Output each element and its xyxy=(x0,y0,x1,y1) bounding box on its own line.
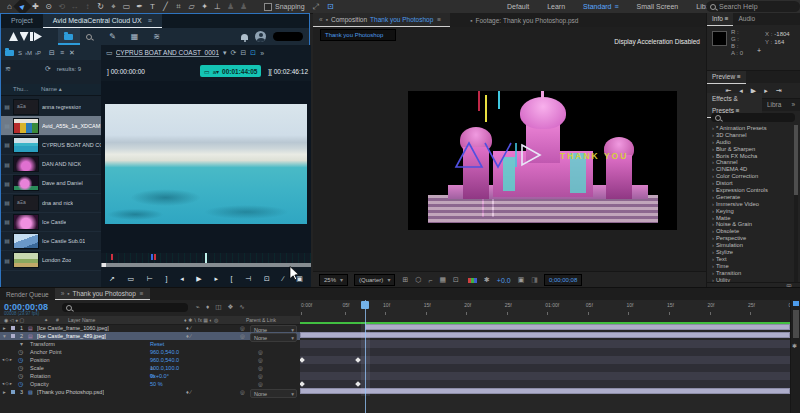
marker-blue[interactable] xyxy=(151,254,153,260)
search-help-field[interactable]: Search Help xyxy=(706,1,800,12)
title-dropdown-icon[interactable]: ▾ xyxy=(223,49,227,57)
tab-info[interactable]: Info ≡ xyxy=(707,13,733,26)
effects-category[interactable]: ›Time xyxy=(707,263,793,270)
effects-category[interactable]: ›Blur & Sharpen xyxy=(707,146,793,153)
mask-visibility-icon[interactable]: ⬡ xyxy=(415,276,421,284)
asset-row[interactable]: ▤London Zoo xyxy=(1,251,101,271)
composition-selector-dropdown[interactable]: Thank you Photoshop xyxy=(320,29,396,41)
fullscreen-icon[interactable]: ⊡ xyxy=(327,2,334,11)
tab-avid-mediacentral[interactable]: Avid MediaCentral Cloud UX ≡ xyxy=(43,14,162,28)
position-value[interactable]: 960.0,540.0 xyxy=(150,356,179,364)
marker-red[interactable] xyxy=(111,254,113,260)
effects-category[interactable]: ›Immersive Video xyxy=(707,201,793,208)
notifications-bell-icon[interactable] xyxy=(241,34,248,40)
more-icon[interactable]: » xyxy=(260,50,264,57)
frame-blend-icon[interactable]: ◫ xyxy=(215,303,221,311)
effects-category[interactable]: ›Boris FX Mocha xyxy=(707,153,793,160)
rotation-tool[interactable]: ↻ xyxy=(94,0,107,13)
panel-chevron-icon[interactable]: « xyxy=(319,16,323,23)
workspace-tab-default[interactable]: Default xyxy=(498,0,538,13)
effects-search-field[interactable] xyxy=(711,113,795,122)
output-icon[interactable]: ↗ xyxy=(109,275,115,283)
panel-menu-icon[interactable]: ≡ xyxy=(437,16,441,23)
show-snapshot-icon[interactable]: ◨ xyxy=(531,276,538,284)
step-forward-icon[interactable]: ▸ xyxy=(214,275,218,283)
layer-row-2[interactable]: ▾ 2▤ [Ice Castle_frame_489.jpeg] ♦ ∕◎ No… xyxy=(0,332,300,340)
asset-row[interactable]: ▤dna and nick xyxy=(1,193,101,213)
tab-preview[interactable]: Preview ≡ xyxy=(707,71,746,84)
asset-row[interactable]: ▤DAN AND NICK xyxy=(1,155,101,175)
layer-row-3[interactable]: ▸ 3▨ [Thank you Photoshop.psd] ♦ ∕◎ None… xyxy=(0,388,300,396)
shy-icon[interactable]: ♦ xyxy=(206,303,209,311)
close-icon[interactable]: ✕ xyxy=(69,49,75,57)
asset-row[interactable]: ▤Avid_A55k_1a_XDCAM HD-42 xyxy=(1,116,101,136)
refresh-icon[interactable]: ⟳ xyxy=(231,49,237,57)
rectangle-tool[interactable]: ▭ xyxy=(120,0,133,13)
effects-category[interactable]: ›Noise & Grain xyxy=(707,221,793,228)
position-indicator[interactable] xyxy=(205,253,207,263)
splice-in-icon[interactable]: ∕ xyxy=(282,275,283,282)
layer-bar-3[interactable] xyxy=(300,388,790,394)
anchor-point-value[interactable]: 960.0,540.0 xyxy=(150,348,179,356)
transparency-grid-icon[interactable]: ▦ xyxy=(439,276,446,284)
transform-reset-link[interactable]: Reset xyxy=(150,340,164,348)
timeline-scrollbar[interactable]: ✱ xyxy=(790,300,800,413)
comp-mini-flowchart-icon[interactable]: ⌁ xyxy=(196,303,200,311)
snapping-toggle[interactable]: Snapping xyxy=(264,3,305,11)
type-tool[interactable]: T xyxy=(146,0,159,13)
stopwatch-icon[interactable]: ◷ xyxy=(18,372,23,380)
settings-gear-icon[interactable]: ✱ xyxy=(792,342,797,349)
layer-bar-1[interactable] xyxy=(365,324,790,330)
asset-row[interactable]: ▤Ice Castle xyxy=(1,212,101,232)
transform-group-row[interactable]: ▾ Transform Reset xyxy=(0,340,300,348)
camera-view-icon[interactable]: ⊡ xyxy=(453,276,459,284)
viewer-scrub-bar[interactable] xyxy=(101,253,311,263)
tab-timeline-comp[interactable]: » ▪ Thank you Photoshop ≡ xyxy=(55,288,150,300)
zoom-tool[interactable]: ⊙ xyxy=(42,0,55,13)
camera-tool[interactable]: ⌖ xyxy=(107,0,120,13)
panel-menu-icon[interactable]: ≡ xyxy=(140,290,144,297)
ruler-icon[interactable]: ⤢ xyxy=(313,2,319,12)
edit-nav-button[interactable]: ✎ xyxy=(102,28,124,45)
keyframe-navigator[interactable]: ◂◇▸ xyxy=(2,380,13,388)
effects-category[interactable]: ›Transition xyxy=(707,270,793,277)
asset-row[interactable]: ▤anna regression xyxy=(1,97,101,117)
effects-category[interactable]: ›Matte xyxy=(707,215,793,222)
browse-nav-button[interactable] xyxy=(58,28,80,45)
roto-brush-tool[interactable]: ✦ xyxy=(198,0,211,13)
tab-project[interactable]: Project xyxy=(1,14,43,28)
parent-dropdown[interactable]: None▾ xyxy=(250,389,297,398)
stopwatch-icon[interactable]: ◷ xyxy=(18,348,23,356)
resolution-dropdown[interactable]: (Quarter)▾ xyxy=(354,274,395,286)
effects-category[interactable]: ›Audio xyxy=(707,139,793,146)
effects-category[interactable]: ›Stylize xyxy=(707,249,793,256)
user-avatar[interactable] xyxy=(255,31,266,42)
rotation-row[interactable]: ◷ Rotation 0x+0.0° ◎ xyxy=(0,372,300,380)
anchor-point-row[interactable]: ◷ Anchor Point 960.0,540.0 ◎ xyxy=(0,348,300,356)
refresh-icon[interactable]: ⟳ xyxy=(45,65,51,73)
workspace-menu-icon[interactable]: ≡ xyxy=(615,3,619,10)
opacity-row[interactable]: ◂◇▸ ◷ Opacity 50 % ◎ xyxy=(0,380,300,388)
effects-scrollbar[interactable] xyxy=(794,125,798,282)
tab-audio[interactable]: Audio xyxy=(733,13,760,25)
keyframe-navigator[interactable]: ◂◇▸ xyxy=(2,356,13,364)
search-nav-button[interactable] xyxy=(80,28,102,45)
effects-category[interactable]: ›Expression Controls xyxy=(707,187,793,194)
effects-category[interactable]: ›Channel xyxy=(707,159,793,166)
exposure-value[interactable]: +0.0 xyxy=(497,277,511,284)
panel-menu-icon[interactable]: ≡ xyxy=(148,17,152,24)
time-ruler[interactable]: 0:00f05f10f15f20f25f01:00f05f10f15f20f25… xyxy=(300,300,790,323)
position-row[interactable]: ◂◇▸ ◷ Position 960.0,540.0 ◎ xyxy=(0,356,300,364)
tab-libraries[interactable]: Libra xyxy=(762,99,786,111)
workspace-tab-learn[interactable]: Learn xyxy=(538,0,574,13)
sort-icon[interactable]: ≋ xyxy=(5,65,11,73)
match-frame-icon[interactable]: ▭ xyxy=(128,275,135,283)
timecode-current-badge[interactable]: ▭ a▾ 00:01:44:05 xyxy=(200,65,261,77)
go-to-in-icon[interactable]: ⊢ xyxy=(147,275,153,283)
region-of-interest-icon[interactable]: ⌐ xyxy=(428,277,432,284)
scroll-thumb[interactable] xyxy=(793,310,799,338)
layer-name-header[interactable]: Layer Name xyxy=(68,317,95,323)
playhead-handle[interactable] xyxy=(361,301,369,309)
go-to-out-icon[interactable]: ⊣ xyxy=(245,275,251,283)
marker-red[interactable] xyxy=(154,254,156,260)
